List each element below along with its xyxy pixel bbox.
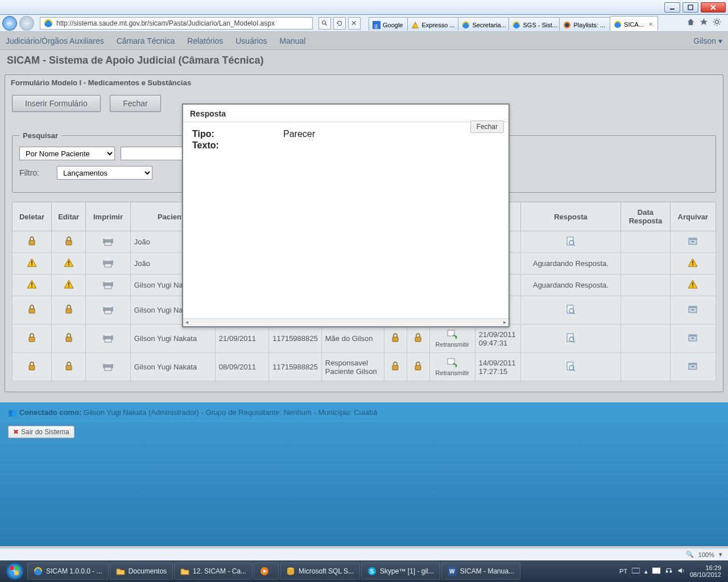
cell-arquivar[interactable] xyxy=(670,325,715,353)
cell-editar[interactable] xyxy=(51,353,85,381)
tray-network-icon[interactable] xyxy=(665,567,673,576)
cell-imprimir[interactable] xyxy=(86,353,131,381)
svg-rect-32 xyxy=(31,286,32,287)
stop-button[interactable] xyxy=(348,17,361,30)
cell-editar[interactable] xyxy=(51,231,85,253)
cell-deletar[interactable] xyxy=(13,296,52,325)
menu-judiciario[interactable]: Judiciário/Órgãos Auxiliares xyxy=(6,36,104,45)
tab-sicam[interactable]: SICA...✕ xyxy=(610,16,658,31)
cell-lock1[interactable] xyxy=(384,325,407,353)
cell-retrans[interactable]: Retransmitir xyxy=(429,325,475,353)
svg-rect-77 xyxy=(689,363,697,365)
tray-arrow-icon[interactable]: ▴ xyxy=(644,568,648,575)
tab-label: SGS - Sist... xyxy=(523,22,557,28)
cell-editar[interactable] xyxy=(51,296,85,325)
tab-playlists[interactable]: Playlists: ... xyxy=(559,17,610,31)
favorites-icon[interactable] xyxy=(700,18,708,28)
tray-lang[interactable]: PT xyxy=(619,568,627,575)
svg-rect-22 xyxy=(31,261,32,264)
cell-arquivar[interactable] xyxy=(670,353,715,381)
ie-icon xyxy=(614,20,622,28)
cell-imprimir[interactable] xyxy=(86,253,131,275)
menu-usuarios[interactable]: Usuários xyxy=(235,36,267,45)
tray-flag-icon[interactable] xyxy=(652,567,660,576)
cell-resp: Responsavel Paciente Gilson xyxy=(321,353,384,381)
cell-lock2[interactable] xyxy=(407,325,429,353)
taskbar-item[interactable]: SSkype™ [1] - gil... xyxy=(361,563,440,580)
inserir-button[interactable]: Inserir Formulário xyxy=(12,95,101,112)
taskbar-item[interactable]: Microsoft SQL S... xyxy=(280,563,360,580)
search-by-select[interactable]: Por Nome Paciente xyxy=(19,147,115,160)
cell-lock2[interactable] xyxy=(407,353,429,381)
cell-deletar[interactable] xyxy=(13,353,52,381)
cell-lock1[interactable] xyxy=(384,353,407,381)
taskbar-item[interactable]: 12. SICAM - Ca... xyxy=(174,563,253,580)
cell-resposta[interactable] xyxy=(520,325,621,353)
logout-button[interactable]: ✖ Sair do Sistema xyxy=(8,426,75,438)
taskbar-item[interactable]: Documentos xyxy=(110,563,173,580)
tab-google[interactable]: gGoogle xyxy=(369,17,408,31)
cell-arquivar[interactable] xyxy=(670,231,715,253)
cell-data-resposta xyxy=(621,296,670,325)
zoom-dropdown-icon[interactable]: ▾ xyxy=(719,551,722,558)
user-menu[interactable]: Gilson ▾ xyxy=(693,36,722,45)
window-titlebar xyxy=(0,0,728,15)
cell-retrans[interactable]: Retransmitir xyxy=(429,353,475,381)
modal-close-button[interactable]: Fechar xyxy=(470,120,504,133)
cell-arquivar[interactable] xyxy=(670,296,715,325)
back-button[interactable]: ← xyxy=(2,16,17,31)
cell-deletar[interactable] xyxy=(13,231,52,253)
address-bar[interactable]: http://sistema.saude.mt.gov.br/sicam/Pas… xyxy=(40,17,313,30)
minimize-button[interactable] xyxy=(664,2,680,13)
cell-resposta[interactable] xyxy=(520,353,621,381)
cell-imprimir[interactable] xyxy=(86,231,131,253)
cell-arquivar[interactable] xyxy=(670,275,715,296)
cell-imprimir[interactable] xyxy=(86,275,131,296)
refresh-button[interactable] xyxy=(333,17,346,30)
cell-imprimir[interactable] xyxy=(86,325,131,353)
cell-editar[interactable] xyxy=(51,325,85,353)
taskbar-label: Microsoft SQL S... xyxy=(299,567,354,575)
cell-imprimir[interactable] xyxy=(86,296,131,325)
cell-arquivar[interactable] xyxy=(670,253,715,275)
cell-editar[interactable] xyxy=(51,253,85,275)
window-close-button[interactable] xyxy=(701,2,726,13)
fechar-button[interactable]: Fechar xyxy=(110,95,161,112)
ie-icon xyxy=(44,19,53,28)
maximize-button[interactable] xyxy=(682,2,698,13)
start-button[interactable] xyxy=(3,560,26,582)
svg-rect-51 xyxy=(689,306,697,308)
cell-editar[interactable] xyxy=(51,275,85,296)
forward-button[interactable]: → xyxy=(19,16,34,31)
search-button[interactable] xyxy=(318,17,331,30)
tab-close-icon[interactable]: ✕ xyxy=(648,21,653,27)
menu-relatorios[interactable]: Relatórios xyxy=(187,36,223,45)
tray-keyboard-icon[interactable] xyxy=(632,567,640,576)
gear-icon[interactable] xyxy=(713,18,721,28)
cell-deletar[interactable] xyxy=(13,325,52,353)
cell-data: 08/09/2011 xyxy=(215,353,268,381)
svg-rect-66 xyxy=(29,365,35,370)
cell-deletar[interactable] xyxy=(13,253,52,275)
svg-point-11 xyxy=(715,20,719,24)
tray-clock[interactable]: 16:29 08/10/2012 xyxy=(690,564,721,578)
cell-deletar[interactable] xyxy=(13,275,52,296)
filtro-select[interactable]: Lançamentos xyxy=(57,166,152,180)
modal-scrollbar[interactable]: ◂▸ xyxy=(183,318,508,326)
menu-manual[interactable]: Manual xyxy=(279,36,305,45)
zoom-icon[interactable]: 🔍 xyxy=(686,551,694,558)
svg-rect-72 xyxy=(415,365,421,370)
expresso-icon xyxy=(411,21,419,29)
home-icon[interactable] xyxy=(686,18,695,28)
tab-expresso[interactable]: Expresso ... xyxy=(407,17,458,31)
tab-sgs[interactable]: SGS - Sist... xyxy=(508,17,560,31)
cell-resposta[interactable] xyxy=(520,231,621,253)
taskbar-item[interactable] xyxy=(254,563,279,580)
tab-secretaria[interactable]: Secretaria... xyxy=(458,17,509,31)
taskbar-item[interactable]: WSICAM - Manua... xyxy=(441,563,520,580)
browser-status-bar: 🔍 100% ▾ xyxy=(0,548,728,560)
taskbar-item[interactable]: SICAM 1.0.0.0 - ... xyxy=(27,563,109,580)
menu-camara[interactable]: Câmara Técnica xyxy=(117,36,175,45)
tray-volume-icon[interactable] xyxy=(677,567,685,576)
cell-resposta[interactable] xyxy=(520,296,621,325)
